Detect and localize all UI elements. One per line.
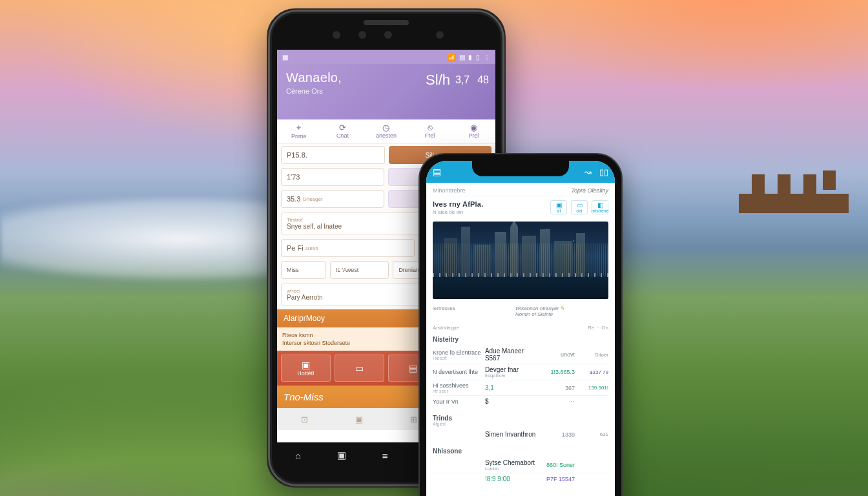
darkrow-l1: Rteos ksmn: [282, 332, 313, 338]
list3-row-1[interactable]: !8:9 9:00 P7F 15547: [433, 473, 608, 484]
list1-row-3[interactable]: Your Ir Vn $ ⋯: [433, 395, 608, 407]
l3r1-r1: P7F 15547: [541, 476, 575, 482]
list2-row-0[interactable]: Simen Invanthron 1339 631: [433, 429, 608, 440]
caption-left: lertressee: [433, 305, 510, 317]
l2r0-mid: Simen Invanthron: [485, 431, 537, 438]
header-num1: 3,7: [455, 74, 470, 86]
l3r0-mid-s: Loulnn: [485, 466, 537, 471]
topbar-right: ↝ ▯▯: [579, 166, 608, 178]
header-center: Sl/h: [426, 72, 450, 88]
tile-0-icon: ▣: [302, 360, 310, 370]
l1r2-lab-t: Hi sosshivees: [433, 382, 469, 389]
app-header: Wanaelo, Cèrene Ors Sl/h 3,7 48: [277, 64, 495, 119]
phone-right-screen: ▤ ⟳ ↝ ▯▯ Minonttrebre Topra Olealiny Ive…: [426, 161, 615, 496]
status-left-icon: ▦: [282, 54, 288, 61]
input-r3a[interactable]: 35.3 Oneager: [281, 190, 384, 208]
crumb-left: Minonttrebre: [433, 187, 466, 194]
l1r2-lab-s: ntr seer: [433, 389, 481, 393]
l1r3-mid: $: [485, 398, 537, 405]
tile-0[interactable]: ▣Hottét!: [281, 355, 331, 382]
caption-right-2: Nontin of Sisinfe: [515, 311, 553, 317]
tab-3[interactable]: ⎋Frel: [408, 119, 452, 143]
phone-right-notch: [472, 161, 569, 176]
header-num2: 48: [477, 74, 489, 86]
caption-right: Wikannon ntranyer ✎ Nontin of Sisinfe: [515, 305, 608, 317]
top-tabs: ⌖Prime ⟳Cnat ◷anesten ⎋Frel ◉Prel: [277, 119, 495, 144]
section-2-label: Trinds: [433, 415, 452, 422]
l1r0-r2: Sitoer: [579, 352, 608, 358]
list-2: Simen Invanthron 1339 631: [426, 428, 615, 444]
input-r1a-value: P15.8.: [287, 151, 307, 159]
meta-row: Ives rny AfPla. N alee de din ▣sit ▭oni …: [426, 196, 615, 219]
tri-2[interactable]: IL 'Awest: [330, 261, 389, 279]
quick-icon-3[interactable]: ⊞: [410, 415, 417, 424]
pill-0[interactable]: ▣sit: [550, 200, 567, 214]
list1-row-2[interactable]: Hi sosshiveesntr seer 3,1 367 139.901!: [433, 380, 608, 395]
pill-0-icon: ▣: [556, 202, 562, 209]
tile-1[interactable]: ▭: [335, 355, 384, 382]
tri-1[interactable]: Miss: [281, 261, 326, 279]
list1-row-1[interactable]: N devertisont lhte Devger fnarIissprince…: [433, 364, 608, 380]
input-r1a[interactable]: P15.8.: [281, 146, 385, 164]
tab-2[interactable]: ◷anesten: [364, 119, 408, 143]
tab-1-label: Cnat: [336, 132, 349, 139]
status-bar: ▦ 📶 ▤ ▮ ▯ ⋮: [277, 50, 495, 64]
list3-row-0[interactable]: Sytse ChemabortLoulnn 860! Soner: [433, 457, 608, 473]
pill-2-label: nristrene: [591, 209, 608, 213]
section-1-label: Nisteitry: [433, 336, 459, 343]
tab-4-label: Prel: [468, 132, 479, 139]
clock-icon: ⋮: [484, 54, 490, 61]
input-r2a-value: 1'73: [287, 173, 300, 181]
pill-2[interactable]: ◧nristrene: [592, 200, 608, 214]
tab-2-icon: ◷: [364, 123, 408, 132]
nav-0[interactable]: ⌂: [295, 450, 301, 461]
phone-right: ▤ ⟳ ↝ ▯▯ Minonttrebre Topra Olealiny Ive…: [418, 153, 623, 496]
footer-label: Tno-Miss: [284, 391, 324, 402]
l1r2-r2: 139.901!: [579, 385, 608, 391]
hero-lights: [433, 243, 608, 276]
wallpaper-scene: ▦ 📶 ▤ ▮ ▯ ⋮ Wanaelo, Cèrene Ors Sl/h 3,7…: [0, 0, 868, 496]
tab-1[interactable]: ⟳Cnat: [321, 119, 365, 143]
tab-0-label: Prime: [291, 133, 307, 140]
l1r1-mid-s: Iissprincer: [485, 373, 537, 378]
topbar-menu-icon[interactable]: ▤: [433, 167, 441, 177]
l1r1-r1: 1!3.865:3: [541, 369, 575, 375]
darkrow-l2: Intersor sktosn Stodersete: [282, 340, 350, 346]
tab-4-icon: ◉: [451, 123, 495, 132]
input-r3a-sub: Oneager: [302, 196, 322, 202]
list1-row-0[interactable]: Krone fo ElentraceHlecoft Adue Maneer S5…: [433, 346, 608, 364]
l1r2-mid: 3,1: [485, 384, 537, 391]
pill-1[interactable]: ▭oni: [571, 200, 588, 214]
tab-4[interactable]: ◉Prel: [451, 119, 495, 143]
hdr-a: Re: [588, 325, 594, 331]
l1r1-r2: $337 79: [579, 369, 608, 375]
edit-icon[interactable]: ✎: [560, 305, 564, 311]
nav-2[interactable]: ≡: [382, 450, 388, 461]
meta-pills: ▣sit ▭oni ◧nristrene: [550, 200, 608, 214]
section-2-title: TrindsAfglerl: [426, 411, 615, 428]
phone-left-cameras: [333, 31, 340, 39]
tab-0-icon: ⌖: [277, 123, 321, 133]
l2r0-r2: 631: [579, 431, 608, 437]
darkrow-text: Rteos ksmn Intersor sktosn Stodersete: [282, 331, 350, 347]
quick-icon-1[interactable]: ⊡: [301, 415, 308, 424]
header-subtitle: Cèrene Ors: [286, 87, 486, 95]
tri-1-label: Miss: [287, 267, 299, 273]
l1r3-r1: ⋯: [541, 398, 575, 405]
hero-water: [433, 277, 608, 299]
topbar-share-icon[interactable]: ↝: [584, 167, 592, 177]
list-3: Sytse ChemabortLoulnn 860! Soner !8:9 9:…: [426, 456, 615, 488]
nav-1[interactable]: ▣: [337, 450, 346, 461]
input-r2a[interactable]: 1'73: [281, 168, 384, 186]
l3r1-mid: !8:9 9:00: [485, 475, 537, 482]
breadcrumb: Minonttrebre Topra Olealiny: [426, 183, 615, 196]
input-r5a[interactable]: Pe Fi sriren: [281, 239, 415, 257]
l1r0-lab: Krone fo ElentraceHlecoft: [433, 349, 481, 360]
tab-1-icon: ⟳: [321, 123, 365, 132]
tab-0[interactable]: ⌖Prime: [277, 119, 321, 143]
pill-1-icon: ▭: [577, 202, 583, 209]
quick-icon-2[interactable]: ▣: [355, 415, 363, 424]
hero-image[interactable]: [433, 222, 608, 299]
tile-1-icon: ▭: [355, 363, 364, 373]
pill-0-label: sit: [557, 209, 561, 213]
